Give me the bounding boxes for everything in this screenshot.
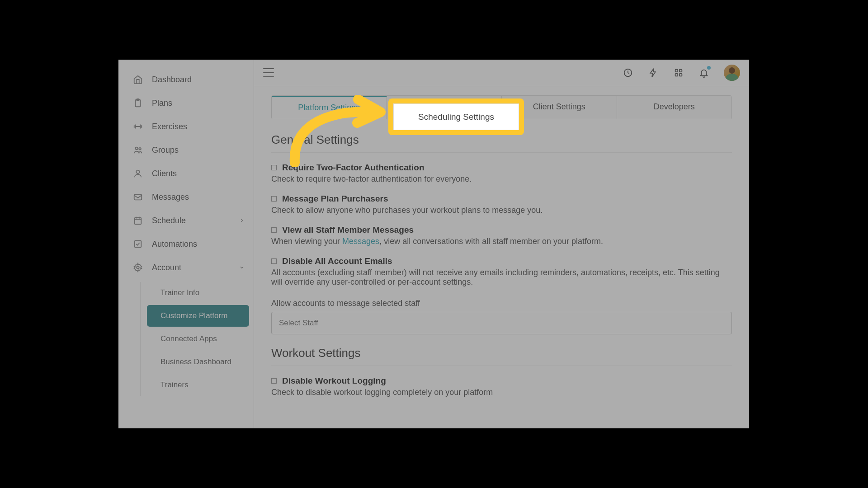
sidebar-item-exercises[interactable]: Exercises	[118, 115, 254, 138]
notification-dot	[707, 66, 711, 70]
chevron-down-icon	[239, 263, 245, 272]
svg-rect-10	[675, 70, 678, 72]
disable-emails-label: Disable All Account Emails	[282, 256, 392, 266]
lightning-icon[interactable]	[648, 67, 659, 78]
view-staff-checkbox[interactable]	[271, 227, 277, 233]
clipboard-icon	[132, 97, 144, 109]
allow-msg-label: Allow accounts to message selected staff	[271, 299, 732, 308]
svg-rect-11	[679, 70, 682, 72]
menu-toggle-button[interactable]	[263, 68, 274, 77]
subnav-trainers[interactable]: Trainers	[147, 374, 249, 396]
subnav-customize-platform[interactable]: Customize Platform	[147, 305, 249, 327]
sidebar-item-dashboard[interactable]: Dashboard	[118, 68, 254, 91]
twofa-label: Require Two-Factor Authentication	[282, 163, 425, 173]
svg-point-8	[137, 266, 139, 269]
sidebar: Dashboard Plans Exercises Groups	[118, 60, 254, 428]
highlight-label: Scheduling Settings	[393, 103, 519, 130]
messages-link[interactable]: Messages	[342, 237, 379, 246]
subnav-connected-apps[interactable]: Connected Apps	[147, 328, 249, 350]
svg-rect-6	[135, 218, 142, 225]
sidebar-item-clients[interactable]: Clients	[118, 162, 254, 185]
sidebar-item-plans[interactable]: Plans	[118, 91, 254, 115]
sidebar-item-groups[interactable]: Groups	[118, 138, 254, 162]
view-staff-desc: When viewing your Messages, view all con…	[271, 237, 732, 246]
apps-grid-icon[interactable]	[673, 67, 684, 78]
sidebar-item-label: Dashboard	[152, 75, 192, 84]
msg-purchasers-checkbox[interactable]	[271, 196, 277, 202]
subnav-business-dashboard[interactable]: Business Dashboard	[147, 351, 249, 373]
home-icon	[132, 74, 144, 85]
content: Platform Settings Scheduling Settings Cl…	[254, 86, 749, 428]
setting-twofa: Require Two-Factor Authentication Check …	[271, 163, 732, 184]
svg-rect-5	[134, 195, 142, 200]
app-container: Dashboard Plans Exercises Groups	[118, 60, 749, 428]
svg-rect-12	[675, 74, 678, 76]
disable-logging-desc: Check to disable workout logging complet…	[271, 388, 732, 397]
msg-purchasers-desc: Check to allow anyone who purchases your…	[271, 206, 732, 215]
workout-settings-heading: Workout Settings	[271, 346, 732, 366]
clock-icon[interactable]	[623, 67, 633, 78]
sidebar-item-label: Groups	[152, 145, 179, 155]
calendar-icon	[132, 215, 144, 226]
select-staff-input[interactable]	[271, 312, 732, 334]
svg-point-2	[136, 147, 138, 150]
sidebar-item-label: Messages	[152, 192, 189, 202]
highlight-scheduling-tab: Scheduling Settings	[388, 99, 524, 135]
setting-disable-logging: Disable Workout Logging Check to disable…	[271, 376, 732, 397]
sidebar-item-messages[interactable]: Messages	[118, 185, 254, 209]
sidebar-item-label: Exercises	[152, 122, 187, 131]
setting-msg-purchasers: Message Plan Purchasers Check to allow a…	[271, 194, 732, 215]
svg-rect-7	[135, 241, 142, 248]
twofa-desc: Check to require two-factor authenticati…	[271, 174, 732, 184]
sidebar-item-account[interactable]: Account	[118, 256, 254, 279]
sidebar-item-label: Account	[152, 263, 181, 272]
svg-rect-13	[679, 74, 682, 76]
avatar[interactable]	[724, 65, 740, 81]
sidebar-item-automations[interactable]: Automations	[118, 232, 254, 256]
svg-point-4	[136, 170, 139, 174]
msg-purchasers-label: Message Plan Purchasers	[282, 194, 388, 204]
setting-disable-emails: Disable All Account Emails All accounts …	[271, 256, 732, 287]
twofa-checkbox[interactable]	[271, 165, 277, 170]
sidebar-item-schedule[interactable]: Schedule	[118, 209, 254, 232]
gear-icon	[132, 262, 144, 273]
disable-logging-checkbox[interactable]	[271, 378, 277, 384]
sidebar-item-label: Plans	[152, 99, 172, 108]
view-staff-label: View all Staff Member Messages	[282, 225, 414, 235]
sidebar-item-label: Automations	[152, 239, 197, 249]
sidebar-item-label: Clients	[152, 169, 177, 178]
checkbox-icon	[132, 238, 144, 250]
disable-emails-checkbox[interactable]	[271, 258, 277, 264]
bell-icon[interactable]	[698, 67, 709, 78]
groups-icon	[132, 144, 144, 156]
dumbbell-icon	[132, 121, 144, 132]
tab-developers[interactable]: Developers	[617, 96, 732, 119]
disable-logging-label: Disable Workout Logging	[282, 376, 386, 386]
general-settings-heading: General Settings	[271, 133, 732, 153]
envelope-icon	[132, 191, 144, 203]
tab-platform-settings[interactable]: Platform Settings	[272, 96, 387, 119]
svg-point-3	[139, 148, 141, 150]
chevron-right-icon	[239, 216, 245, 225]
topbar	[254, 60, 749, 86]
subnav-trainer-info[interactable]: Trainer Info	[147, 282, 249, 304]
sidebar-item-label: Schedule	[152, 216, 186, 225]
setting-view-staff-messages: View all Staff Member Messages When view…	[271, 225, 732, 246]
disable-emails-desc: All accounts (excluding staff member) wi…	[271, 268, 732, 287]
account-subnav: Trainer Info Customize Platform Connecte…	[140, 282, 254, 396]
user-icon	[132, 168, 144, 179]
